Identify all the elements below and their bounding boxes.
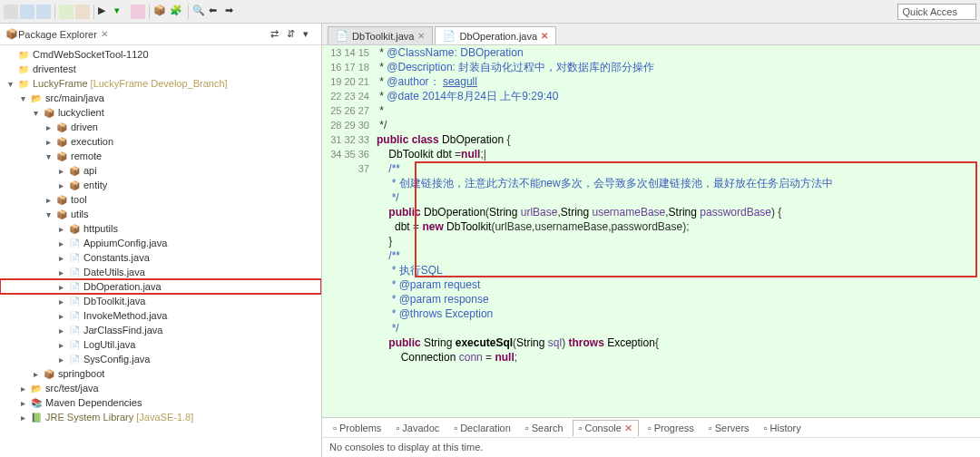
save-icon[interactable] bbox=[20, 5, 34, 19]
twist-icon[interactable]: ▸ bbox=[54, 355, 67, 365]
twist-icon[interactable]: ▸ bbox=[54, 238, 67, 248]
twist-icon[interactable]: ▸ bbox=[16, 384, 29, 394]
twist-icon[interactable]: ▸ bbox=[54, 253, 67, 263]
tree-item[interactable]: ▸InvokeMethod.java bbox=[0, 308, 321, 323]
tab-icon: ▫ bbox=[579, 423, 583, 433]
code-editor[interactable]: 13 14 15 16 17 18 19 20 21 22 23 24 25 2… bbox=[322, 45, 980, 417]
panel-badge[interactable]: ✕ bbox=[101, 29, 108, 39]
twist-icon[interactable]: ▸ bbox=[54, 267, 67, 277]
save-all-icon[interactable] bbox=[36, 5, 51, 19]
twist-icon[interactable]: ▸ bbox=[42, 137, 54, 147]
twist-icon[interactable]: ▸ bbox=[42, 122, 54, 132]
code-lines[interactable]: * @ClassName: DBOperation * @Description… bbox=[377, 45, 980, 417]
tree-item[interactable]: ▸JRE System Library [JavaSE-1.8] bbox=[0, 410, 321, 424]
close-icon[interactable]: ✕ bbox=[541, 31, 548, 41]
tree-item[interactable]: ▸driven bbox=[0, 120, 321, 134]
new-pkg-icon[interactable]: 📦 bbox=[153, 5, 168, 19]
twist-icon[interactable]: ▾ bbox=[42, 209, 54, 219]
tree-item[interactable]: ▸JarClassFind.java bbox=[0, 323, 321, 337]
tree-item[interactable]: ▾src/main/java bbox=[0, 91, 321, 105]
twist-icon[interactable]: ▸ bbox=[54, 166, 67, 176]
tree-label: api bbox=[83, 165, 97, 176]
bottom-tab-history[interactable]: ▫History bbox=[759, 421, 807, 435]
tree-item[interactable]: ▸DateUtils.java bbox=[0, 265, 321, 279]
ic-pkg bbox=[42, 106, 56, 119]
fwd-icon[interactable]: ➡ bbox=[225, 5, 240, 19]
bottom-tab-declaration[interactable]: ▫Declaration bbox=[448, 421, 516, 435]
new-icon[interactable] bbox=[4, 5, 18, 19]
twist-icon[interactable]: ▾ bbox=[16, 93, 29, 103]
bottom-tab-progress[interactable]: ▫Progress bbox=[642, 421, 700, 435]
project-tree[interactable]: CmdWebSocketTool-1120driventest▾LuckyFra… bbox=[0, 45, 321, 457]
link-editor-icon[interactable]: ⇵ bbox=[287, 28, 299, 41]
ic-src bbox=[29, 92, 44, 104]
tree-item[interactable]: ▸execution bbox=[0, 134, 321, 149]
tree-item[interactable]: ▸LogUtil.java bbox=[0, 337, 321, 352]
debug-icon[interactable] bbox=[75, 5, 90, 19]
twist-icon[interactable]: ▾ bbox=[29, 108, 42, 118]
twist-icon[interactable]: ▸ bbox=[54, 326, 67, 335]
tree-item[interactable]: ▸springboot bbox=[0, 366, 321, 381]
twist-icon[interactable]: ▸ bbox=[54, 311, 67, 321]
tree-item[interactable]: ▸AppiumConfig.java bbox=[0, 236, 321, 250]
twist-icon[interactable]: ▸ bbox=[54, 340, 67, 350]
tab-label: Console bbox=[584, 423, 621, 433]
tree-item[interactable]: ▾utils bbox=[0, 207, 321, 221]
new-class-icon[interactable]: 🧩 bbox=[170, 5, 184, 19]
back-icon[interactable]: ⬅ bbox=[209, 5, 223, 19]
editor-tab[interactable]: DbToolkit.java✕ bbox=[328, 26, 433, 44]
tree-item[interactable]: ▸entity bbox=[0, 178, 321, 192]
tab-label: History bbox=[770, 423, 801, 433]
close-icon[interactable]: ✕ bbox=[624, 423, 632, 434]
tab-label: Search bbox=[532, 423, 564, 433]
tree-item[interactable]: ▸Constants.java bbox=[0, 250, 321, 265]
search-icon[interactable]: 🔍 bbox=[192, 5, 207, 19]
tree-item[interactable]: ▸httputils bbox=[0, 221, 321, 236]
tree-label: luckyclient bbox=[58, 107, 104, 118]
view-menu-icon[interactable]: ▾ bbox=[303, 28, 316, 41]
tree-item[interactable]: ▸Maven Dependencies bbox=[0, 395, 321, 410]
twist-icon[interactable]: ▸ bbox=[42, 195, 54, 205]
ext-icon[interactable] bbox=[131, 5, 145, 19]
twist-icon[interactable]: ▾ bbox=[4, 79, 16, 89]
bottom-tabs: ▫Problems▫Javadoc▫Declaration▫Search▫Con… bbox=[322, 418, 980, 438]
tree-item[interactable]: ▾luckyclient bbox=[0, 105, 321, 120]
bottom-tab-problems[interactable]: ▫Problems bbox=[328, 421, 387, 435]
bottom-tab-search[interactable]: ▫Search bbox=[520, 421, 569, 435]
tree-item[interactable]: CmdWebSocketTool-1120 bbox=[0, 47, 321, 62]
quick-access-input[interactable]: Quick Acces bbox=[897, 4, 976, 20]
tree-item[interactable]: ▸DbOperation.java bbox=[0, 279, 321, 294]
bottom-tab-servers[interactable]: ▫Servers bbox=[703, 421, 755, 435]
tree-label: utils bbox=[71, 209, 89, 219]
tree-label: entity bbox=[83, 180, 107, 190]
tree-item[interactable]: ▾remote bbox=[0, 149, 321, 163]
run-dropdown-icon[interactable]: ▾ bbox=[114, 5, 129, 19]
tree-item[interactable]: ▸SysConfig.java bbox=[0, 352, 321, 366]
editor-tab[interactable]: DbOperation.java✕ bbox=[435, 26, 556, 44]
twist-icon[interactable]: ▸ bbox=[29, 369, 42, 379]
twist-icon[interactable]: ▸ bbox=[54, 224, 67, 234]
twist-icon[interactable]: ▸ bbox=[54, 180, 67, 190]
bottom-tab-javadoc[interactable]: ▫Javadoc bbox=[390, 421, 445, 435]
twist-icon[interactable]: ▾ bbox=[42, 151, 54, 161]
run-icon[interactable]: ▶ bbox=[98, 5, 113, 19]
twist-icon[interactable]: ▸ bbox=[16, 398, 29, 408]
tree-item[interactable]: ▸DbToolkit.java bbox=[0, 294, 321, 308]
tree-item[interactable]: ▸src/test/java bbox=[0, 381, 321, 395]
tree-item[interactable]: ▾LuckyFrame [LuckyFrame Develop_Branch] bbox=[0, 76, 321, 91]
tab-label: Javadoc bbox=[402, 423, 439, 433]
tree-label: remote bbox=[71, 151, 102, 161]
tree-item[interactable]: ▸tool bbox=[0, 192, 321, 207]
ic-proj bbox=[16, 63, 31, 75]
close-icon[interactable]: ✕ bbox=[417, 31, 425, 41]
collapse-all-icon[interactable]: ⇄ bbox=[270, 28, 283, 41]
tree-label: Maven Dependencies bbox=[45, 397, 142, 408]
tree-label: execution bbox=[71, 136, 113, 147]
twist-icon[interactable]: ▸ bbox=[54, 297, 67, 306]
tree-item[interactable]: driventest bbox=[0, 62, 321, 76]
twist-icon[interactable]: ▸ bbox=[54, 282, 67, 292]
bottom-tab-console[interactable]: ▫Console ✕ bbox=[573, 420, 639, 436]
twist-icon[interactable]: ▸ bbox=[16, 413, 29, 423]
tree-item[interactable]: ▸api bbox=[0, 163, 321, 178]
build-icon[interactable] bbox=[59, 5, 74, 19]
